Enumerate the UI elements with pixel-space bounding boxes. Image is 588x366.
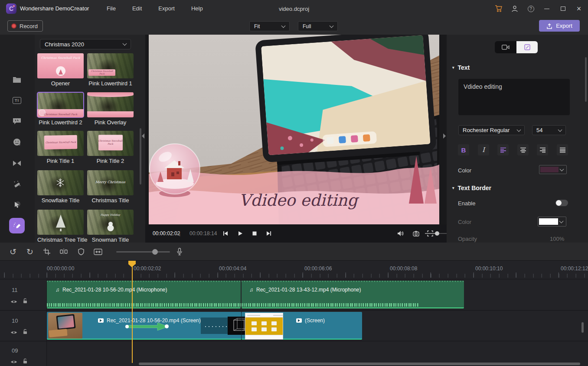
template-thumbnail-title1[interactable]: Christmas Snowball Pack — [37, 131, 84, 156]
template-thumbnail-overlay[interactable] — [87, 92, 134, 117]
account-icon[interactable] — [511, 5, 519, 13]
record-button[interactable]: Record — [7, 20, 43, 32]
font-size-dropdown[interactable]: 54 — [532, 125, 566, 135]
stickers-icon[interactable] — [11, 136, 23, 148]
overlay-text[interactable]: Vdideo editing — [239, 191, 359, 210]
text-color-picker[interactable] — [539, 165, 567, 174]
volume-icon[interactable] — [397, 230, 405, 237]
video-preview[interactable]: Vdideo editing — [149, 35, 439, 224]
align-left-button[interactable] — [497, 144, 509, 155]
stop-button[interactable] — [251, 230, 258, 237]
cursor-effects-icon[interactable] — [11, 199, 23, 211]
menu-edit[interactable]: Edit — [132, 5, 142, 12]
border-enable-toggle[interactable] — [555, 200, 568, 206]
template-item[interactable]: Happy Holiday Snowman Title — [87, 210, 134, 243]
track-lock-icon[interactable] — [22, 358, 29, 364]
bold-button[interactable]: B — [458, 144, 469, 155]
annotation-handle[interactable] — [125, 325, 129, 328]
annotation-arrow[interactable] — [127, 322, 170, 331]
audio-clip-1[interactable]: ♫ Rec_2021-01-28 10-56-20.mp4 (Microphon… — [47, 281, 241, 308]
scale-dropdown[interactable]: Full — [298, 21, 338, 31]
seek-handle[interactable] — [435, 231, 439, 236]
template-thumbnail-opener[interactable]: Christmas Snowball Pack — [37, 53, 84, 78]
maximize-button[interactable] — [559, 5, 567, 13]
menu-export[interactable]: Export — [158, 5, 175, 12]
help-icon[interactable]: ? — [527, 5, 535, 13]
track-lock-icon[interactable] — [22, 298, 29, 304]
template-thumbnail-title2[interactable]: Christmas Snowball Pack — [87, 131, 134, 156]
text-border-section-header[interactable]: ▾ Text Border — [452, 185, 491, 191]
crop-button[interactable] — [42, 246, 52, 257]
track-visibility-eye-icon[interactable] — [10, 298, 17, 304]
italic-button[interactable]: I — [478, 144, 489, 155]
template-thumbnail-christmas[interactable]: Merry Christmas — [87, 170, 134, 195]
library-scrollbar[interactable] — [140, 128, 141, 185]
collapse-right-panel-handle[interactable] — [443, 133, 446, 139]
export-button[interactable]: Export — [539, 20, 580, 32]
redo-button[interactable]: ↻ — [25, 246, 35, 257]
tab-edit-selected[interactable] — [516, 41, 538, 53]
track-visibility-eye-icon[interactable] — [10, 329, 17, 335]
menu-help[interactable]: Help — [191, 5, 203, 12]
fullscreen-icon[interactable] — [426, 230, 434, 237]
next-frame-button[interactable] — [265, 230, 273, 237]
effects-icon[interactable] — [11, 178, 23, 190]
captions-icon[interactable] — [11, 116, 23, 127]
audio-clip-2[interactable]: ♫ Rec_2021-01-28 13-43-12.mp4 (Microphon… — [242, 281, 464, 308]
titles-icon[interactable]: TI — [11, 95, 23, 106]
template-item[interactable]: Christmas Snowball Pack Opener — [37, 53, 84, 87]
text-input[interactable]: Vdideo editing — [458, 79, 570, 115]
font-family-dropdown[interactable]: Rochester Regular — [458, 125, 525, 135]
template-item-selected[interactable]: Christmas Snowball Pack Pink Lowerthird … — [37, 92, 84, 126]
fit-dropdown[interactable]: Fit — [249, 21, 290, 31]
template-thumbnail-snowflake[interactable] — [37, 170, 84, 195]
voiceover-mic-button[interactable] — [174, 246, 185, 257]
playhead-handle[interactable] — [128, 261, 136, 264]
collapse-left-panel-handle[interactable] — [142, 133, 144, 139]
undo-button[interactable]: ↺ — [8, 246, 18, 257]
minimize-button[interactable] — [543, 5, 551, 13]
export-label: Export — [556, 23, 572, 29]
template-item[interactable]: Christmas Snowball Pack Pink Lowerthird … — [87, 53, 134, 87]
template-item[interactable]: Christmas Tree Title — [37, 210, 84, 243]
fit-timeline-button[interactable] — [93, 246, 103, 257]
template-item[interactable]: Merry Christmas Christmas Title — [87, 170, 134, 204]
template-thumbnail-lowerthird1[interactable]: Christmas Snowball Pack — [87, 53, 134, 78]
close-button[interactable]: × — [575, 5, 583, 13]
timeline-zoom-slider[interactable] — [116, 251, 170, 253]
justify-button[interactable] — [557, 144, 568, 155]
template-thumbnail-snowman[interactable]: Happy Holiday — [87, 210, 134, 235]
playhead-line[interactable] — [132, 261, 133, 363]
template-item[interactable]: Christmas Snowball Pack Pink Title 2 — [87, 131, 134, 164]
marker-button[interactable] — [76, 246, 86, 257]
timeline-vertical-scrollbar[interactable] — [581, 322, 584, 333]
track-lock-icon[interactable] — [22, 328, 29, 334]
menu-file[interactable]: File — [107, 5, 116, 12]
annotation-handle[interactable] — [165, 324, 169, 328]
timeline-ruler[interactable]: 00:00:00:00 00:00:02:02 00:00:04:04 00:0… — [0, 261, 588, 279]
store-cart-icon[interactable] — [495, 5, 503, 13]
tab-camera[interactable] — [495, 41, 516, 53]
track-visibility-eye-icon[interactable] — [10, 359, 17, 365]
align-right-button[interactable] — [537, 144, 548, 155]
play-button[interactable] — [236, 230, 244, 237]
template-item[interactable]: Snowflake Title — [37, 170, 84, 204]
media-folder-icon[interactable] — [11, 74, 23, 85]
previous-frame-button[interactable] — [222, 230, 229, 237]
split-button[interactable] — [59, 246, 69, 257]
collection-dropdown[interactable]: Christmas 2020 — [40, 39, 131, 49]
snapshot-icon[interactable] — [412, 230, 420, 237]
template-item[interactable]: Christmas Snowball Pack Pink Title 1 — [37, 131, 84, 164]
align-center-button[interactable] — [517, 144, 529, 155]
template-thumbnail-lowerthird2[interactable]: Christmas Snowball Pack — [37, 92, 84, 117]
template-item[interactable]: Pink Overlay — [87, 92, 134, 126]
text-section-header[interactable]: ▾ Text — [452, 64, 470, 71]
music-note-icon: ♫ — [249, 287, 253, 293]
annotations-icon[interactable] — [11, 220, 23, 231]
inspector-scrollbar[interactable] — [585, 57, 587, 102]
transitions-icon[interactable] — [11, 158, 23, 169]
border-color-picker[interactable] — [538, 217, 566, 227]
template-thumbnail-tree[interactable] — [37, 210, 84, 235]
timeline-horizontal-scrollbar[interactable] — [139, 363, 580, 365]
timeline-zoom-handle[interactable] — [152, 249, 158, 255]
